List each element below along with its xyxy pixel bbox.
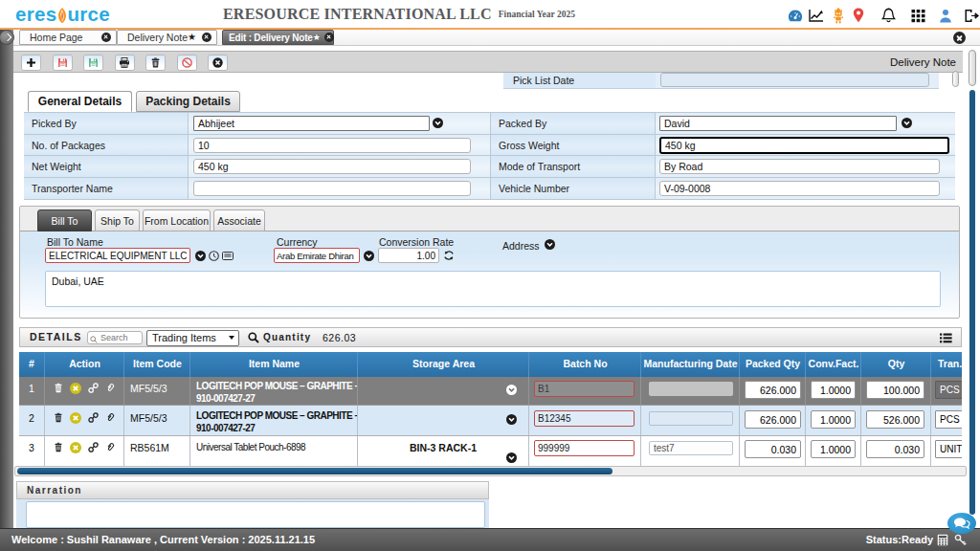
key-icon[interactable]: [954, 534, 967, 548]
storage-dropdown-icon[interactable]: [506, 452, 517, 463]
apps-grid-icon[interactable]: [910, 8, 925, 23]
bill-to-history-icon[interactable]: [209, 251, 219, 261]
tab-from-location[interactable]: From Location: [143, 209, 211, 231]
tab-edit-star-icon[interactable]: ★: [313, 33, 321, 42]
narration-label: Narration: [17, 482, 488, 499]
packed-by-dropdown-icon[interactable]: [902, 118, 912, 128]
conversion-refresh-icon[interactable]: [443, 250, 454, 260]
form-scrollbar-thumb[interactable]: [952, 71, 959, 87]
conv-fact-input[interactable]: [811, 410, 856, 429]
row-link-icon[interactable]: [88, 383, 99, 396]
page-vscrollbar-thumb[interactable]: [969, 50, 976, 86]
table-hscrollbar[interactable]: [14, 466, 967, 476]
save-new-button[interactable]: [83, 55, 103, 71]
save-button[interactable]: [53, 55, 73, 71]
address-dropdown-icon[interactable]: [545, 239, 555, 250]
calculator-icon[interactable]: [937, 534, 948, 548]
bill-to-list-icon[interactable]: [222, 251, 233, 261]
batch-input[interactable]: [534, 410, 635, 427]
picked-by-input[interactable]: [193, 116, 430, 131]
packing-form: Picked By Packed By No. of Packages Gros…: [24, 112, 955, 199]
row-attach-icon[interactable]: [105, 412, 116, 426]
quantity-search-icon[interactable]: [248, 332, 259, 345]
content-vscrollbar[interactable]: [969, 90, 975, 515]
row-deactivate-icon[interactable]: [70, 412, 81, 426]
assistant-robot-icon[interactable]: [831, 8, 846, 23]
tab-delivery-label: Delivery Note: [118, 32, 188, 43]
narration-textarea[interactable]: [26, 501, 485, 528]
currency-input[interactable]: [274, 248, 360, 263]
tab-associate[interactable]: Associate: [213, 209, 265, 231]
grid-view-icon[interactable]: [940, 333, 952, 345]
qty-input[interactable]: [866, 440, 924, 458]
address-textarea[interactable]: Dubai, UAE: [45, 271, 941, 307]
tab-packing-details[interactable]: Packing Details: [136, 91, 240, 112]
logout-icon[interactable]: [964, 8, 979, 23]
notifications-bell-icon[interactable]: [880, 8, 896, 23]
tab-home-close-icon[interactable]: [101, 33, 111, 42]
row-deactivate-icon[interactable]: [70, 383, 81, 396]
tabstrip-close-icon[interactable]: [953, 32, 966, 44]
vehicle-input[interactable]: [659, 181, 940, 196]
row-delete-icon[interactable]: [54, 442, 63, 455]
print-button[interactable]: [115, 55, 135, 71]
cancel-button[interactable]: [177, 55, 197, 71]
table-hscrollbar-thumb[interactable]: [17, 468, 612, 474]
qty-input[interactable]: [866, 410, 924, 429]
packed-qty-input[interactable]: [745, 381, 801, 399]
storage-dropdown-icon[interactable]: [506, 414, 517, 425]
tab-delivery-note[interactable]: Delivery Note ★: [117, 30, 217, 45]
add-button[interactable]: [21, 55, 41, 71]
pick-list-date-input[interactable]: [660, 73, 929, 87]
close-button[interactable]: [208, 55, 228, 71]
tab-delivery-close-icon[interactable]: [202, 33, 212, 42]
conv-fact-input[interactable]: [811, 440, 856, 458]
packages-input[interactable]: [193, 138, 471, 153]
conversion-rate-input[interactable]: [378, 248, 439, 263]
uom-select[interactable]: PCS: [935, 410, 962, 429]
batch-input[interactable]: [534, 440, 635, 456]
batch-input[interactable]: [534, 381, 635, 397]
conv-fact-input[interactable]: [811, 381, 856, 399]
user-profile-icon[interactable]: [938, 8, 953, 23]
row-delete-icon[interactable]: [54, 383, 63, 396]
search-input[interactable]: [100, 332, 141, 343]
row-attach-icon[interactable]: [105, 383, 116, 396]
picked-by-dropdown-icon[interactable]: [433, 118, 443, 128]
packed-by-input[interactable]: [659, 116, 897, 131]
storage-dropdown-icon[interactable]: [506, 385, 517, 395]
tab-ship-to[interactable]: Ship To: [95, 209, 140, 231]
uom-select[interactable]: PCS: [935, 381, 962, 399]
bill-to-dropdown-icon[interactable]: [195, 251, 206, 261]
table-row[interactable]: 1 MF5/5/3 LOGITECH POP MOUSE – GRAPHITE …: [19, 377, 962, 406]
bill-to-name-input[interactable]: [45, 248, 190, 263]
row-delete-icon[interactable]: [54, 412, 63, 426]
packed-qty-input[interactable]: [745, 410, 801, 429]
transporter-input[interactable]: [193, 181, 471, 196]
tab-edit-delivery-note[interactable]: Edit : Delivery Note ★: [222, 30, 334, 45]
packed-qty-input[interactable]: [745, 440, 801, 458]
row-attach-icon[interactable]: [105, 442, 116, 455]
tab-bill-to[interactable]: Bill To: [37, 209, 92, 231]
analytics-icon[interactable]: [809, 8, 824, 23]
tab-home-page[interactable]: Home Page: [19, 30, 117, 45]
table-row[interactable]: 3 RB561M Universal Tablet Pouch-6898 BIN…: [19, 436, 962, 466]
uom-select[interactable]: UNIT: [935, 440, 962, 458]
chat-button[interactable]: [947, 513, 976, 534]
table-row[interactable]: 2 MF5/5/3 LOGITECH POP MOUSE – GRAPHITE …: [19, 406, 962, 436]
tab-edit-close-icon[interactable]: [324, 33, 334, 42]
tab-delivery-star-icon[interactable]: ★: [188, 33, 196, 42]
item-filter-select[interactable]: Trading Items: [146, 330, 239, 346]
row-deactivate-icon[interactable]: [70, 442, 81, 455]
location-pin-icon[interactable]: [851, 8, 866, 23]
net-weight-input[interactable]: [193, 159, 471, 174]
delete-button[interactable]: [145, 55, 166, 71]
transport-mode-input[interactable]: [659, 159, 940, 174]
currency-dropdown-icon[interactable]: [364, 251, 374, 261]
row-link-icon[interactable]: [88, 412, 99, 426]
dashboard-icon[interactable]: [788, 8, 803, 23]
qty-input[interactable]: [866, 381, 924, 399]
gross-weight-input[interactable]: [659, 137, 949, 154]
row-link-icon[interactable]: [88, 442, 99, 455]
tab-general-details[interactable]: General Details: [28, 91, 132, 112]
